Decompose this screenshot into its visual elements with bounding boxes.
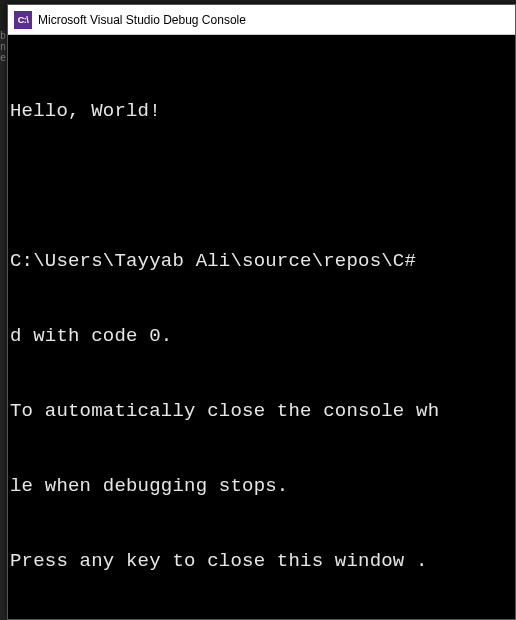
- console-output[interactable]: Hello, World! C:\Users\Tayyab Ali\source…: [8, 35, 515, 620]
- console-blank-line: [10, 174, 513, 199]
- console-line: Press any key to close this window .: [10, 549, 513, 574]
- console-line: Hello, World!: [10, 99, 513, 124]
- app-icon: C:\: [14, 11, 32, 29]
- console-line: To automatically close the console wh: [10, 399, 513, 424]
- console-line: d with code 0.: [10, 324, 513, 349]
- debug-console-window[interactable]: C:\ Microsoft Visual Studio Debug Consol…: [7, 4, 516, 620]
- console-line: C:\Users\Tayyab Ali\source\repos\C#: [10, 249, 513, 274]
- console-line: le when debugging stops.: [10, 474, 513, 499]
- window-title: Microsoft Visual Studio Debug Console: [38, 13, 246, 27]
- titlebar[interactable]: C:\ Microsoft Visual Studio Debug Consol…: [8, 5, 515, 35]
